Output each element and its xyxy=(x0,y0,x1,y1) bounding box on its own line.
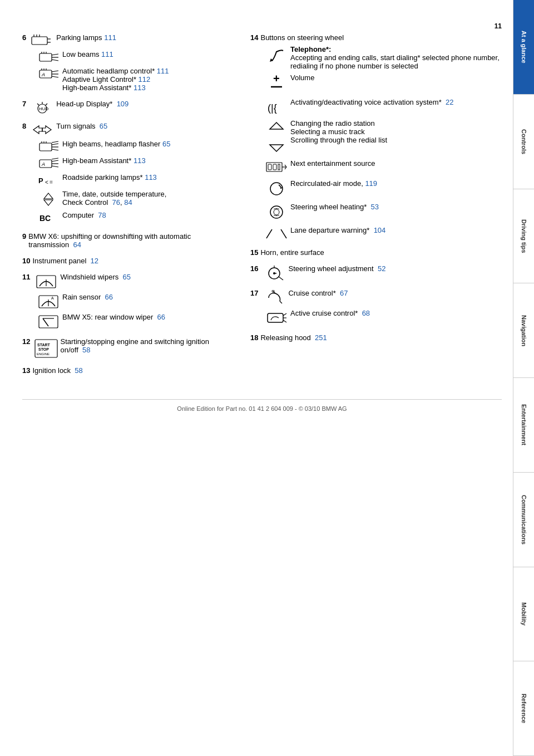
link-251[interactable]: 251 xyxy=(315,333,327,342)
link-112a[interactable]: 112 xyxy=(139,75,151,84)
svg-text:A: A xyxy=(41,161,45,167)
link-104[interactable]: 104 xyxy=(374,226,386,234)
entry-18: 18 Releasing hood 251 xyxy=(250,333,502,342)
link-65a[interactable]: 65 xyxy=(100,122,107,130)
svg-line-24 xyxy=(46,104,47,105)
link-66a[interactable]: 66 xyxy=(105,293,113,301)
svg-text:HUD: HUD xyxy=(39,106,49,111)
svg-marker-64 xyxy=(270,145,283,151)
entry-8-hb-icon xyxy=(34,140,62,153)
entry-8-time: Time, date, outside temperature,Check Co… xyxy=(62,190,234,207)
svg-line-40 xyxy=(52,166,58,167)
svg-marker-46 xyxy=(44,200,53,205)
entry-11-rear-icon xyxy=(34,313,62,330)
link-58a[interactable]: 58 xyxy=(82,346,90,354)
entry-14-radio-text: Changing the radio station Selecting a m… xyxy=(290,119,502,144)
sidebar-tab-mobility[interactable]: Mobility xyxy=(513,567,534,662)
svg-rect-28 xyxy=(39,143,52,151)
svg-text:(|{: (|{ xyxy=(268,102,277,114)
svg-line-17 xyxy=(52,76,58,77)
link-52[interactable]: 52 xyxy=(378,264,385,273)
svg-line-15 xyxy=(52,71,58,72)
entry-14-recirc-icon xyxy=(263,179,290,197)
svg-text:BC: BC xyxy=(39,214,51,223)
entry-14-volume-text: Volume xyxy=(290,73,502,82)
entry-11-rain: Rain sensor 66 xyxy=(62,293,234,301)
svg-text:=: = xyxy=(50,179,53,185)
svg-point-75 xyxy=(274,209,279,215)
link-111c[interactable]: 111 xyxy=(157,67,169,75)
link-78[interactable]: 78 xyxy=(98,211,106,219)
svg-line-9 xyxy=(52,60,58,61)
link-111b[interactable]: 111 xyxy=(101,50,113,58)
entry-8-highbeams: High beams, headlamp flasher 65 xyxy=(62,140,234,148)
entry-14-phone-text: Telephone*: Accepting and ending calls, … xyxy=(290,45,502,70)
svg-text:ENGINE: ENGINE xyxy=(37,352,50,356)
entry-11-num: 11 xyxy=(22,273,30,281)
entry-14-title: Buttons on steering wheel xyxy=(260,33,502,42)
link-84[interactable]: 84 xyxy=(124,198,132,207)
page-number: 11 xyxy=(22,22,502,30)
svg-point-72 xyxy=(270,183,283,195)
entry-7-icon: HUD xyxy=(28,100,56,114)
link-67[interactable]: 67 xyxy=(340,289,348,297)
entry-6: 6 Parking lamps 111 xyxy=(22,33,234,92)
svg-line-35 xyxy=(52,141,58,143)
sidebar-tab-at-a-glance[interactable]: At a glance xyxy=(513,0,534,95)
entry-9: 9 BMW X6: upshifting or downshifting wit… xyxy=(22,232,234,249)
svg-marker-27 xyxy=(42,126,51,134)
sidebar-tab-reference[interactable]: Reference xyxy=(513,661,534,756)
sidebar-tab-communications[interactable]: Communications xyxy=(513,473,534,567)
entry-14-ent-icon xyxy=(263,159,290,174)
svg-text:A: A xyxy=(41,72,45,77)
entry-7-num: 7 xyxy=(22,100,26,108)
entry-14-num: 14 xyxy=(250,33,258,42)
svg-line-76 xyxy=(266,229,272,238)
link-68[interactable]: 68 xyxy=(362,309,370,317)
entry-6-parking: Parking lamps 111 xyxy=(56,33,234,42)
entry-17-num: 17 xyxy=(250,289,258,297)
link-111a[interactable]: 111 xyxy=(104,33,116,42)
entry-16-num: 16 xyxy=(250,264,258,273)
entry-10: 10 Instrument panel 12 xyxy=(22,257,234,265)
link-58b[interactable]: 58 xyxy=(75,366,82,375)
entry-14-voice-icon: (|{ xyxy=(263,98,290,116)
link-113c[interactable]: 113 xyxy=(145,173,157,181)
link-65c[interactable]: 65 xyxy=(122,273,130,281)
link-113b[interactable]: 113 xyxy=(134,156,146,165)
link-109[interactable]: 109 xyxy=(117,100,129,108)
link-22[interactable]: 22 xyxy=(446,98,453,106)
link-53[interactable]: 53 xyxy=(371,203,379,211)
svg-text:P: P xyxy=(38,176,43,185)
entry-11-rain-icon: A xyxy=(34,293,62,310)
sidebar-tab-entertainment[interactable]: Entertainment xyxy=(513,378,534,473)
entry-14-recirc-text: Recirculated-air mode, 119 xyxy=(290,179,502,188)
entry-14-lane-text: Lane departure warning* 104 xyxy=(290,226,502,234)
link-66b[interactable]: 66 xyxy=(157,313,165,321)
svg-line-89 xyxy=(283,320,286,322)
link-76[interactable]: 76 xyxy=(112,198,120,207)
link-64[interactable]: 64 xyxy=(73,240,81,249)
link-12[interactable]: 12 xyxy=(91,257,98,265)
entry-14-volume-icon: + xyxy=(263,73,290,95)
link-65b[interactable]: 65 xyxy=(162,140,170,148)
link-113a[interactable]: 113 xyxy=(134,84,146,92)
sidebar-tab-controls[interactable]: Controls xyxy=(513,95,534,189)
entry-13-text: Ignition lock 58 xyxy=(32,366,234,375)
svg-line-84 xyxy=(280,301,282,303)
svg-rect-6 xyxy=(39,53,52,61)
entry-6-lowbeams: Low beams 111 xyxy=(62,50,234,58)
entry-12: 12 START STOP ENGINE Starting/stopping e… xyxy=(22,337,234,359)
entry-15-text: Horn, entire surface xyxy=(260,248,502,257)
entry-17-acc-icon xyxy=(263,309,290,326)
link-119[interactable]: 119 xyxy=(365,179,377,188)
sidebar-tab-navigation[interactable]: Navigation xyxy=(513,283,534,378)
svg-text:A: A xyxy=(51,296,54,300)
svg-marker-63 xyxy=(270,122,283,129)
entry-10-num: 10 xyxy=(22,257,30,265)
entry-14-phone-icon xyxy=(263,45,290,63)
svg-text:+: + xyxy=(273,75,280,85)
sidebar-tab-driving-tips[interactable]: Driving tips xyxy=(513,189,534,284)
entry-16-icon xyxy=(260,264,288,281)
entry-7: 7 HUD Head-up Display* 109 xyxy=(22,100,234,114)
